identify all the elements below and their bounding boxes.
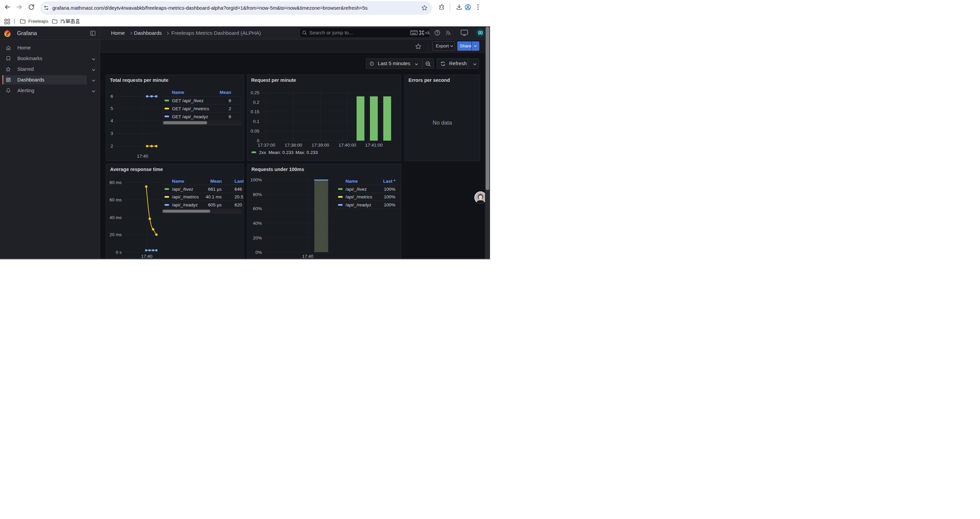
svg-text:60%: 60% <box>253 206 262 211</box>
svg-text:646: 646 <box>234 187 242 192</box>
svg-text:0.25: 0.25 <box>250 90 259 95</box>
svg-text:60 ms: 60 ms <box>110 197 122 203</box>
svg-text:17:38:00: 17:38:00 <box>285 142 302 147</box>
svg-text:20.5 m: 20.5 m <box>234 194 243 200</box>
svg-text:661 µs: 661 µs <box>208 187 222 192</box>
svg-text:80%: 80% <box>253 192 262 197</box>
svg-text:Last *: Last * <box>383 179 396 184</box>
svg-text:17:37:00: 17:37:00 <box>258 142 275 147</box>
svg-text:0.2: 0.2 <box>253 99 259 105</box>
svg-text:/api/_/metrics: /api/_/metrics <box>345 194 372 200</box>
svg-text:6: 6 <box>110 94 113 99</box>
svg-text:6: 6 <box>229 114 231 119</box>
svg-text:40 ms: 40 ms <box>110 215 122 220</box>
svg-text:GET /api/_/metrics: GET /api/_/metrics <box>172 106 209 111</box>
svg-text:Name: Name <box>345 179 358 184</box>
svg-text:2xx: 2xx <box>259 150 266 155</box>
svg-text:5: 5 <box>110 106 113 111</box>
svg-text:20%: 20% <box>253 235 262 241</box>
svg-text:17:40: 17:40 <box>141 254 153 259</box>
svg-text:/api/_/metrics: /api/_/metrics <box>172 194 199 200</box>
svg-text:0.1: 0.1 <box>253 119 259 124</box>
svg-text:0 s: 0 s <box>116 250 122 255</box>
svg-text:Name: Name <box>172 179 185 184</box>
svg-text:80 ms: 80 ms <box>110 180 122 185</box>
svg-text:17:40:00: 17:40:00 <box>339 142 356 147</box>
svg-text:Mean: 0.233: Mean: 0.233 <box>269 150 294 155</box>
svg-text:2: 2 <box>229 106 231 111</box>
svg-text:Last: Last <box>234 179 243 184</box>
svg-text:100%: 100% <box>250 177 262 182</box>
svg-text:Max: 0.233: Max: 0.233 <box>296 150 318 155</box>
svg-text:/api/_/livez: /api/_/livez <box>172 187 194 192</box>
svg-text:100%: 100% <box>383 203 395 208</box>
svg-text:6: 6 <box>229 98 231 103</box>
svg-text:GET /api/_/livez: GET /api/_/livez <box>172 98 204 103</box>
svg-text:3: 3 <box>110 131 113 136</box>
svg-text:100%: 100% <box>383 187 395 192</box>
svg-text:100%: 100% <box>383 194 395 200</box>
svg-text:0.05: 0.05 <box>250 128 259 133</box>
svg-text:17:41:00: 17:41:00 <box>365 142 383 147</box>
svg-text:17:40: 17:40 <box>302 254 313 259</box>
svg-text:/api/_/readyz: /api/_/readyz <box>345 203 372 208</box>
svg-text:Mean: Mean <box>220 90 231 95</box>
svg-text:40%: 40% <box>253 221 262 226</box>
svg-text:40.1 ms: 40.1 ms <box>205 194 221 200</box>
svg-text:4: 4 <box>110 118 113 123</box>
svg-text:GET /api/_/readyz: GET /api/_/readyz <box>172 114 208 119</box>
svg-text:0%: 0% <box>255 250 262 255</box>
svg-text:0.15: 0.15 <box>250 109 259 114</box>
svg-text:605 µs: 605 µs <box>208 203 222 208</box>
svg-text:17:39:00: 17:39:00 <box>312 142 329 147</box>
svg-text:/api/_/livez: /api/_/livez <box>345 187 367 192</box>
svg-text:Name: Name <box>172 90 184 95</box>
svg-text:Mean: Mean <box>210 179 222 184</box>
svg-text:2: 2 <box>110 144 113 149</box>
svg-text:620: 620 <box>234 203 242 208</box>
svg-text:20 ms: 20 ms <box>110 232 122 237</box>
svg-text:17:40: 17:40 <box>137 153 148 158</box>
svg-text:/api/_/readyz: /api/_/readyz <box>172 203 198 208</box>
